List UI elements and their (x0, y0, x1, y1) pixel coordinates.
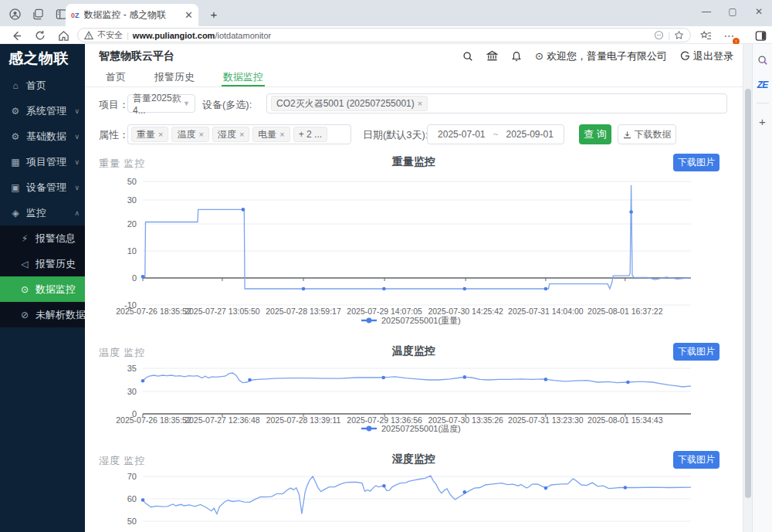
grid-icon: ▦ (10, 157, 21, 168)
chevron-down-icon: ∨ (74, 158, 80, 166)
svg-text:2025-07-28 13:59:17: 2025-07-28 13:59:17 (266, 307, 341, 316)
svg-text:35: 35 (127, 364, 137, 373)
sidebar-item-unparsed[interactable]: ⊘未解析数据 (0, 302, 85, 327)
svg-text:60: 60 (127, 494, 137, 503)
favorite-star-icon[interactable] (674, 30, 684, 40)
chart-legend: 202507255001(温度) (381, 424, 461, 433)
edge-sidebar-toggle-icon[interactable] (753, 29, 767, 42)
sidebar-app-shortcut-icon[interactable]: ZE (756, 78, 770, 92)
user-circle-icon: ⊙ (535, 50, 543, 62)
bell-icon[interactable] (511, 51, 522, 62)
platform-title: 智慧物联云平台 (99, 49, 174, 63)
tab-data-monitor[interactable]: 数据监控 (222, 68, 265, 86)
bank-icon[interactable] (486, 50, 498, 62)
browser-profile-icon[interactable] (6, 5, 23, 22)
download-icon (623, 130, 631, 139)
sidebar-item-project[interactable]: ▦项目管理∨ (0, 149, 85, 175)
remove-tag-icon[interactable]: × (198, 130, 203, 139)
temperature-chart[interactable]: 353002025-07-26 18:35:522025-07-27 12:36… (93, 363, 741, 436)
project-select[interactable]: 普量2025款4...▼ (127, 94, 195, 113)
device-multiselect[interactable]: CO2灭火器5001 (202507255001)× (266, 93, 727, 114)
browser-tab[interactable]: 0Z 数据监控 - 感之物联 ✕ (66, 4, 198, 26)
new-tab-button[interactable]: + (205, 5, 222, 22)
svg-text:0: 0 (132, 273, 137, 283)
attribute-more-tag[interactable]: + 2 ... (293, 127, 327, 142)
logout-icon (680, 51, 690, 61)
svg-text:2025-07-27 13:05:50: 2025-07-27 13:05:50 (185, 307, 260, 316)
workspaces-icon[interactable] (29, 5, 46, 22)
humidity-chart[interactable]: 706050 (93, 471, 741, 532)
svg-text:30: 30 (127, 387, 137, 396)
sidebar-item-alarm-info[interactable]: ⚡报警信息 (0, 225, 85, 251)
app-logo: 感之物联 (0, 44, 85, 73)
monitor-tag-icon: ◈ (10, 208, 21, 219)
attr-label: 属性： (99, 128, 129, 142)
svg-text:2025-07-26 18:35:52: 2025-07-26 18:35:52 (116, 415, 191, 425)
sidebar-item-home[interactable]: ⌂首页 (0, 73, 85, 98)
sidebar-divider (757, 103, 769, 103)
chevron-down-icon: ∨ (74, 133, 80, 141)
window-close-button[interactable]: ✕ (746, 0, 772, 23)
sidebar-item-system[interactable]: ⚙系统管理∨ (0, 98, 85, 124)
logout-button[interactable]: 退出登录 (680, 49, 733, 63)
download-image-button[interactable]: 下载图片 (673, 451, 720, 469)
download-image-button[interactable]: 下载图片 (673, 154, 720, 171)
sidebar-item-alarm-history[interactable]: ◁报警历史 (0, 251, 85, 276)
svg-text:2025-07-31 13:23:30: 2025-07-31 13:23:30 (508, 415, 584, 425)
main-area: 智慧物联云平台 ⊙欢迎您，普量电子有限公司 退出登录 首页报警历史数据监控 项目… (85, 44, 743, 532)
refresh-icon[interactable] (33, 29, 47, 42)
reader-icon[interactable] (654, 30, 664, 40)
remove-tag-icon[interactable]: × (239, 130, 244, 139)
remove-tag-icon[interactable]: × (279, 130, 284, 139)
address-divider: | (127, 31, 129, 40)
page-scrollbar[interactable] (743, 44, 752, 532)
remove-tag-icon[interactable]: × (158, 130, 163, 139)
home-icon[interactable] (56, 29, 70, 42)
svg-text:2025-07-28 13:39:11: 2025-07-28 13:39:11 (266, 415, 341, 425)
chart-legend: 202507255001(重量) (381, 316, 461, 325)
sidebar-item-device[interactable]: ▣设备管理∨ (0, 175, 85, 200)
window-minimize-button[interactable]: — (693, 0, 720, 23)
device-tag: CO2灭火器5001 (202507255001)× (271, 96, 428, 111)
attribute-multiselect[interactable]: 重量×温度×湿度×电量×+ 2 ... (127, 124, 351, 144)
browser-tabstrip: 0Z 数据监控 - 感之物联 ✕ + — ▢ ✕ (0, 0, 772, 26)
app-sidebar: 感之物联 ⌂首页⚙系统管理∨⚙基础数据∨▦项目管理∨▣设备管理∨◈监控∧⚡报警信… (0, 44, 85, 532)
alarm-icon: ⚡ (19, 233, 30, 244)
search-icon[interactable] (462, 51, 473, 62)
date-range-input[interactable]: 2025-07-01~2025-09-01 (427, 124, 564, 144)
scrollbar-thumb[interactable] (745, 89, 751, 498)
sidebar-item-monitor[interactable]: ◈监控∧ (0, 200, 85, 225)
tab-close-icon[interactable]: ✕ (185, 9, 193, 21)
sidebar-item-data-monitor[interactable]: ⊙数据监控 (0, 276, 85, 302)
address-bar[interactable]: 不安全 | www.puliangiot.com/iotdatamonitor … (77, 28, 691, 42)
sidebar-menu: ⌂首页⚙系统管理∨⚙基础数据∨▦项目管理∨▣设备管理∨◈监控∧⚡报警信息◁报警历… (0, 73, 85, 327)
weight-chart[interactable]: 503020100-102025-07-26 18:35:522025-07-2… (93, 176, 741, 330)
download-image-button[interactable]: 下载图片 (673, 343, 720, 361)
page-tabs: 首页报警历史数据监控 (85, 68, 743, 87)
browser-toolbar: 不安全 | www.puliangiot.com/iotdatamonitor … (0, 26, 772, 44)
tab-home[interactable]: 首页 (104, 68, 127, 86)
welcome-user[interactable]: ⊙欢迎您，普量电子有限公司 (535, 49, 667, 63)
window-maximize-button[interactable]: ▢ (720, 0, 746, 23)
temperature-chart-section: 温度 监控 温度监控 下载图片 353002025-07-26 18:35:52… (85, 342, 743, 362)
svg-text:50: 50 (127, 517, 137, 526)
remove-tag-icon[interactable]: × (418, 99, 422, 108)
back-icon[interactable] (9, 29, 23, 42)
sidebar-search-icon[interactable] (756, 53, 770, 67)
sidebar-item-label: 数据监控 (36, 283, 76, 296)
sidebar-item-label: 设备管理 (26, 181, 66, 195)
edge-sidebar: ZE + (752, 44, 772, 532)
chart-title: 温度监控 (85, 344, 743, 358)
sidebar-add-icon[interactable]: + (756, 114, 770, 128)
download-data-button[interactable]: 下载数据 (618, 124, 676, 144)
sidebar-item-basedata[interactable]: ⚙基础数据∨ (0, 124, 85, 149)
favorites-bar-icon[interactable] (699, 29, 713, 42)
device-label: 设备(多选): (202, 98, 252, 112)
sidebar-item-label: 监控 (26, 206, 46, 220)
svg-text:50: 50 (127, 177, 137, 186)
query-button[interactable]: 查 询 (579, 124, 611, 144)
sidebar-submenu: ⚡报警信息◁报警历史⊙数据监控⊘未解析数据 (0, 225, 85, 327)
tab-alarm-history[interactable]: 报警历史 (153, 68, 196, 86)
browser-menu-icon[interactable]: ⋯ ↑ (723, 29, 736, 42)
filter-panel: 项目： 普量2025款4...▼ 设备(多选): CO2灭火器5001 (202… (85, 87, 743, 153)
